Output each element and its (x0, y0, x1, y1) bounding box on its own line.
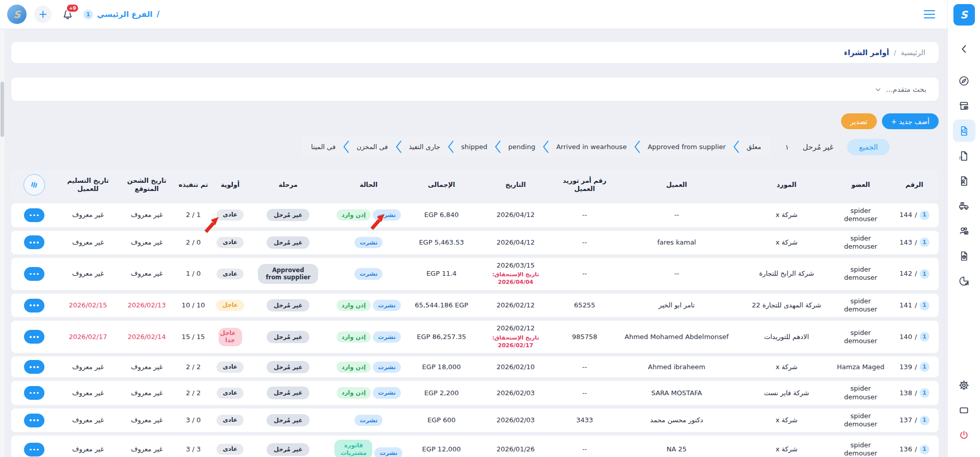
sidebar-item-reports[interactable] (953, 270, 975, 292)
pipeline-stage[interactable]: فى المخزن (356, 143, 388, 151)
pipeline-stage[interactable]: جارى التفيذ (409, 143, 440, 151)
client-order-no-cell: -- (558, 258, 611, 290)
supplier-cell: شركة x (742, 436, 831, 457)
sidebar-item-customers[interactable] (953, 220, 975, 242)
priority-cell: عادى (212, 381, 249, 405)
export-button[interactable]: تصدير (841, 113, 877, 129)
table-row[interactable]: 143/1 spider demouser شركة x fares kamal… (11, 231, 939, 255)
total-cell: EGP 6,840 (410, 203, 473, 227)
sidebar-item-supplier-invoices[interactable] (953, 170, 975, 192)
row-actions-button[interactable] (24, 414, 44, 427)
scrollbar-thumb[interactable] (1, 82, 4, 137)
logout-button[interactable] (953, 424, 975, 446)
member-cell: Hamza Maged (831, 356, 890, 377)
number-cell: 141/1 (890, 294, 939, 318)
chevron-left-icon (959, 43, 970, 55)
delivery-date-cell: غير معروف (57, 231, 118, 255)
row-actions-button[interactable] (24, 443, 44, 456)
priority-badge: عادى (217, 444, 244, 455)
executed-cell: 10 / 10 (175, 294, 211, 318)
breadcrumb-home-link[interactable]: الرئيسية (901, 49, 925, 57)
status-cell: نشرتإذن وارد (328, 356, 410, 377)
row-actions-button[interactable] (24, 360, 44, 374)
sidebar-item-shipping[interactable] (953, 195, 975, 217)
column-header: أولوية (212, 170, 249, 200)
row-actions-button[interactable] (24, 386, 44, 400)
branch-count-badge: 1 (920, 362, 929, 372)
sidebar-item-dashboard[interactable] (953, 69, 975, 92)
tab-unposted[interactable]: غير مُرحل (803, 143, 833, 151)
notifications-button[interactable]: +9 (59, 6, 76, 22)
column-filter-button[interactable] (23, 174, 45, 196)
branch-breadcrumb[interactable]: 1 الفرع الرئيسي / (83, 10, 159, 19)
expected-ship-date-cell: غير معروف (118, 231, 175, 255)
table-body: 144/1 spider demouser شركة x -- -- 2026/… (11, 203, 939, 457)
menu-toggle-button[interactable] (922, 8, 937, 21)
tab-all[interactable]: الجميع (847, 139, 890, 155)
branch-label: الفرع الرئيسي (97, 10, 153, 19)
advanced-search-toggle[interactable]: بحث متقدم... (11, 78, 939, 101)
row-actions-button[interactable] (24, 299, 44, 312)
table-row[interactable]: 137/1 spider demouser شركة x دكتور محسن … (11, 408, 939, 432)
status-badge-receipt: إذن وارد (337, 362, 371, 373)
pipeline-stage[interactable]: فى المينا (311, 143, 336, 151)
stage-badge: غير مُرحل (267, 443, 310, 455)
total-cell: EGP 18,000 (410, 356, 473, 377)
quick-add-button[interactable]: + (34, 6, 52, 23)
table-row[interactable]: 140/1 spider demouser الادهم للتوريدات A… (11, 321, 939, 353)
number-cell: 137/1 (890, 408, 939, 432)
table-row[interactable]: 136/1 spider demouser شركة x NA 25 -- 20… (11, 436, 939, 457)
expected-ship-date-cell: 2026/02/14 (118, 321, 175, 353)
supplier-cell: شركة x (742, 231, 831, 255)
table-row[interactable]: 138/1 spider demouser شركة فاير نست SARA… (11, 381, 939, 405)
priority-badge: عادى (217, 415, 244, 426)
delivery-date-cell: غير معروف (57, 436, 118, 457)
sidebar-collapse-button[interactable] (953, 38, 975, 60)
pipeline-stage[interactable]: pending (508, 143, 535, 151)
pipeline-stage[interactable]: معلق (747, 143, 761, 151)
column-header: العضو (831, 170, 890, 200)
sidebar-item-screen[interactable] (953, 399, 975, 421)
member-cell: spider demouser (831, 381, 890, 405)
actions-cell (11, 321, 57, 353)
table-row[interactable]: 141/1 spider demouser شركة المهدى للتجار… (11, 294, 939, 318)
branch-count-badge: 1 (920, 332, 929, 342)
row-actions-button[interactable] (24, 267, 44, 281)
pipeline-stage[interactable]: shipped (461, 143, 487, 151)
row-actions-button[interactable] (24, 208, 44, 222)
stage-badge: غير مُرحل (267, 236, 310, 249)
page-title: أوامر الشراء (844, 49, 889, 57)
pipeline-stage[interactable]: Arrived in wearhouse (556, 143, 627, 151)
pipeline-stage[interactable]: Approved from supplier (648, 143, 726, 151)
sidebar-item-settings[interactable] (953, 374, 975, 396)
page-scrollbar[interactable] (0, 29, 5, 457)
member-cell: spider demouser (831, 258, 890, 290)
topbar: S + +9 1 الفرع الرئيسي / (0, 0, 947, 29)
due-date: تاريخ الإستحقاق: 2026/04/04 (476, 271, 555, 286)
date-cell: 2026/04/12 (473, 203, 558, 227)
table-row[interactable]: 139/1 Hamza Maged شركة x Ahmed ibraheem … (11, 356, 939, 377)
column-header: تاريخ التسليم للعميل (57, 170, 118, 200)
table-row[interactable]: 144/1 spider demouser شركة x -- -- 2026/… (11, 203, 939, 227)
sidebar-item-purchase-orders[interactable] (953, 119, 975, 142)
sidebar-item-pos[interactable] (953, 94, 975, 117)
delivery-date-cell: 2026/02/15 (57, 294, 118, 318)
pipeline-chevron-icon (494, 140, 501, 154)
member-cell: spider demouser (831, 294, 890, 318)
expected-ship-date-cell: غير معروف (118, 356, 175, 377)
sidebar-item-invoice-info[interactable]: (i) (953, 145, 975, 167)
branch-count-badge: 1 (920, 388, 929, 398)
row-actions-button[interactable] (24, 330, 44, 344)
status-cell: نشرت (328, 231, 410, 255)
delivery-date-cell: غير معروف (57, 203, 118, 227)
member-cell: spider demouser (831, 231, 890, 255)
row-actions-button[interactable] (24, 235, 44, 249)
add-new-button[interactable]: + أضف جديد (882, 113, 939, 129)
table-row[interactable]: 142/1 spider demouser شركة الرابح للتجار… (11, 258, 939, 290)
screen-icon (958, 404, 970, 416)
filter-tabs: الجميع غير مُرحل ١ معلقApproved from sup… (11, 136, 939, 157)
status-badge-published: نشرت (373, 300, 401, 311)
compass-icon (958, 75, 970, 87)
sidebar-item-inventory-invoices[interactable] (953, 245, 975, 267)
stage-badge: غير مُرحل (267, 299, 310, 311)
